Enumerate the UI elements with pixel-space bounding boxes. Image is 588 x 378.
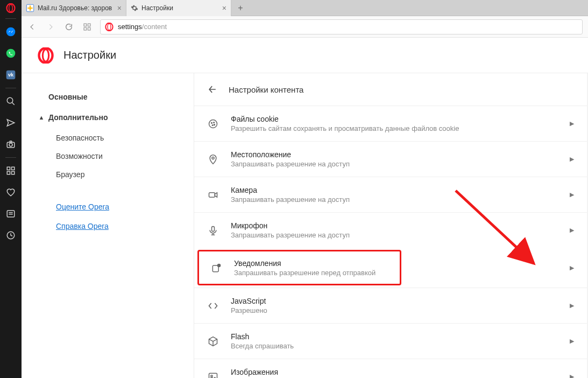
row-cookies[interactable]: Файлы cookieРазрешить сайтам сохранять и…: [194, 106, 587, 141]
whatsapp-icon[interactable]: [0, 43, 22, 64]
svg-point-29: [214, 122, 215, 123]
start-page-button[interactable]: [82, 22, 93, 32]
personal-news-icon[interactable]: [0, 112, 22, 134]
sidebar-item-browser[interactable]: Браузер: [38, 167, 178, 182]
news-icon[interactable]: [0, 203, 22, 225]
svg-point-32: [212, 157, 214, 159]
snapshot-icon[interactable]: [0, 134, 22, 155]
svg-point-6: [7, 97, 13, 103]
reload-button[interactable]: [63, 22, 74, 32]
svg-point-2: [6, 27, 16, 37]
row-images[interactable]: ИзображенияПоказать все ▶: [194, 359, 587, 378]
row-subtitle: Запрашивать разрешение перед отправкой: [234, 269, 388, 277]
svg-point-31: [214, 124, 215, 125]
close-icon[interactable]: ×: [222, 4, 226, 12]
opera-icon: [105, 23, 114, 31]
chevron-right-icon: ▶: [570, 302, 574, 309]
address-text: settings/content: [118, 23, 167, 31]
close-icon[interactable]: ×: [117, 4, 122, 12]
history-icon[interactable]: [0, 225, 22, 246]
sidebar-rail: vk: [0, 0, 22, 378]
divider: [5, 18, 16, 19]
forward-button[interactable]: [45, 22, 56, 32]
svg-point-1: [9, 4, 13, 12]
tab-title: Mail.ru Здоровье: здоров: [38, 4, 114, 12]
row-flash[interactable]: FlashВсегда спрашивать ▶: [194, 323, 587, 359]
cookie-icon: [207, 118, 219, 129]
row-subtitle: Разрешено: [231, 306, 558, 314]
vk-icon[interactable]: vk: [0, 64, 22, 86]
back-button[interactable]: [27, 22, 38, 32]
row-title: Камера: [231, 186, 558, 194]
svg-rect-21: [84, 27, 87, 30]
divider: [5, 157, 16, 158]
row-camera[interactable]: КамераЗапрашивать разрешение на доступ ▶: [194, 177, 587, 212]
chevron-right-icon: ▶: [570, 156, 574, 163]
svg-rect-20: [88, 24, 90, 26]
opera-menu-icon[interactable]: [0, 0, 22, 16]
tab-bar: Mail.ru Здоровье: здоров × Настройки × +: [22, 0, 588, 16]
speed-dial-icon[interactable]: [0, 160, 22, 181]
svg-text:vk: vk: [8, 72, 14, 78]
svg-rect-11: [12, 167, 15, 170]
back-arrow-button[interactable]: [207, 84, 218, 95]
svg-point-0: [7, 4, 15, 13]
gear-icon: [131, 4, 138, 12]
row-notifications[interactable]: УведомленияЗапрашивать разрешение перед …: [197, 250, 401, 285]
chevron-up-icon: ▲: [38, 114, 45, 121]
new-tab-button[interactable]: +: [231, 0, 250, 16]
opera-logo-icon: [38, 47, 54, 64]
row-title: Файлы cookie: [231, 115, 558, 123]
svg-rect-34: [212, 226, 215, 231]
messenger-icon[interactable]: [0, 21, 22, 43]
bookmarks-icon[interactable]: [0, 181, 22, 203]
svg-point-36: [218, 264, 221, 267]
sidebar-item-basic[interactable]: Основные: [38, 89, 178, 104]
row-javascript[interactable]: JavaScriptРазрешено ▶: [194, 288, 587, 323]
content-header: Настройки контента: [194, 73, 587, 106]
divider: [5, 88, 16, 88]
tab-favicon-icon: [26, 4, 34, 12]
chevron-right-icon: ▶: [570, 338, 574, 345]
row-subtitle: Запрашивать разрешение на доступ: [231, 195, 558, 204]
row-title: Flash: [231, 332, 558, 341]
svg-point-30: [212, 124, 213, 125]
svg-point-23: [105, 23, 112, 31]
row-microphone[interactable]: МикрофонЗапрашивать разрешение на доступ…: [194, 212, 587, 248]
svg-rect-37: [209, 373, 217, 378]
plugin-icon: [207, 336, 219, 347]
svg-point-28: [211, 122, 212, 123]
sidebar-item-advanced[interactable]: ▲ Дополнительно: [38, 110, 178, 125]
content-title: Настройки контента: [229, 85, 303, 94]
sidebar-item-security[interactable]: Безопасность: [38, 130, 178, 145]
row-subtitle: Разрешить сайтам сохранять и просматрива…: [231, 124, 558, 132]
camera-icon: [207, 190, 219, 200]
content-panel: Настройки контента Файлы cookieРазрешить…: [194, 73, 588, 378]
svg-point-27: [209, 120, 217, 128]
settings-sidebar: Основные ▲ Дополнительно Безопасность Во…: [22, 73, 194, 378]
microphone-icon: [207, 225, 219, 236]
tab-mailru[interactable]: Mail.ru Здоровье: здоров ×: [22, 0, 126, 16]
row-title: Местоположение: [231, 150, 558, 159]
svg-point-24: [108, 24, 111, 30]
search-icon[interactable]: [0, 90, 22, 112]
chevron-right-icon: ▶: [570, 120, 574, 127]
location-icon: [207, 154, 219, 165]
svg-rect-19: [84, 24, 87, 26]
svg-point-25: [39, 48, 53, 63]
page-header: Настройки: [22, 38, 588, 73]
row-location[interactable]: МестоположениеЗапрашивать разрешение на …: [194, 141, 587, 177]
page-title: Настройки: [63, 49, 116, 61]
sidebar-link-help[interactable]: Справка Opera: [38, 219, 178, 234]
sidebar-link-rate[interactable]: Оцените Opera: [38, 199, 178, 214]
row-subtitle: Всегда спрашивать: [231, 342, 558, 350]
tab-settings[interactable]: Настройки ×: [126, 0, 231, 16]
toolbar: settings/content: [22, 16, 588, 38]
address-bar[interactable]: settings/content: [100, 19, 583, 34]
svg-rect-22: [88, 27, 90, 30]
notifications-icon: [210, 263, 222, 274]
row-subtitle: Запрашивать разрешение на доступ: [231, 231, 558, 239]
sidebar-item-features[interactable]: Возможности: [38, 149, 178, 164]
chevron-right-icon: ▶: [570, 227, 574, 234]
sidebar-item-label: Дополнительно: [48, 113, 108, 122]
